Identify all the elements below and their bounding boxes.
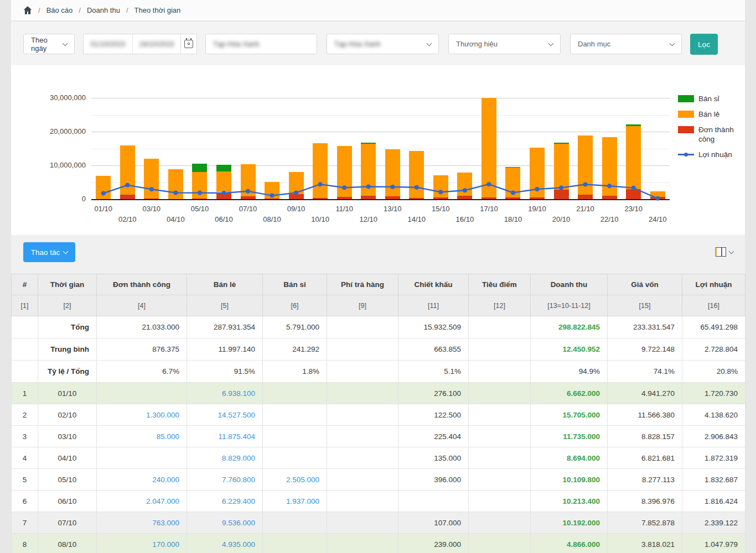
line-point[interactable] xyxy=(511,190,515,195)
cell: 15.932.509 xyxy=(398,316,469,338)
line-point[interactable] xyxy=(342,185,346,190)
breadcrumb-item-doanh-thu[interactable]: Doanh thu xyxy=(87,6,120,14)
line-point[interactable] xyxy=(221,191,226,195)
drill-link-cell[interactable]: 170.000 xyxy=(97,534,187,553)
cell: 9.722.148 xyxy=(608,338,682,361)
drill-link-cell[interactable]: 240.000 xyxy=(97,469,187,491)
cell xyxy=(263,383,327,404)
cell xyxy=(12,316,38,338)
column-code: [5] xyxy=(187,295,263,316)
drill-link-cell[interactable]: 1.300.000 xyxy=(97,404,187,426)
line-point[interactable] xyxy=(294,190,298,195)
legend-item[interactable]: Đơn thành công xyxy=(678,125,744,144)
cell: 07/10 xyxy=(38,512,97,534)
x-axis-tick: 07/10 xyxy=(235,205,261,213)
line-point[interactable] xyxy=(415,185,419,190)
drill-link-cell[interactable]: 4.935.000 xyxy=(187,534,263,553)
category-select[interactable]: Danh mục xyxy=(570,34,682,54)
cell: 11.566.380 xyxy=(608,404,682,426)
drill-link-cell[interactable]: 11.875.404 xyxy=(187,426,263,447)
legend-swatch xyxy=(678,95,694,102)
brand-select[interactable]: Thương hiệu xyxy=(448,34,561,54)
line-point[interactable] xyxy=(149,187,154,191)
drill-link-cell[interactable]: 14.527.500 xyxy=(187,404,263,426)
cell: 8.694.000 xyxy=(531,447,608,469)
line-point[interactable] xyxy=(631,186,636,190)
drill-link-cell[interactable]: 2.047.000 xyxy=(97,491,187,512)
cell: 1.720.730 xyxy=(682,383,745,404)
drill-link-cell[interactable]: 1.937.000 xyxy=(263,491,327,512)
drill-link-cell[interactable]: 2.505.000 xyxy=(263,469,327,491)
cell xyxy=(469,447,531,469)
line-point[interactable] xyxy=(246,189,250,194)
date-from-input[interactable]: 01/10/2023 xyxy=(84,34,132,54)
legend-item[interactable]: Bán sỉ xyxy=(678,94,744,103)
line-point[interactable] xyxy=(607,184,612,188)
cell: 02/10 xyxy=(38,404,97,426)
breadcrumb-item-bao-cao[interactable]: Báo cáo xyxy=(46,6,73,14)
line-point[interactable] xyxy=(198,191,202,195)
cell xyxy=(469,534,531,553)
cell: 4.941.270 xyxy=(608,383,682,404)
date-to-input[interactable]: 24/10/2023 xyxy=(132,34,181,54)
y-axis-tick: 30,000,000 xyxy=(33,93,86,102)
cell: 21.033.000 xyxy=(97,316,187,338)
cell: 10.109.800 xyxy=(531,469,608,491)
cell xyxy=(469,361,531,383)
line-point[interactable] xyxy=(390,185,395,189)
line-point[interactable] xyxy=(438,190,443,194)
column-header: Bán sỉ xyxy=(263,274,327,295)
line-point[interactable] xyxy=(101,191,106,196)
cell xyxy=(12,361,38,383)
line-point[interactable] xyxy=(125,183,130,187)
legend-item[interactable]: Bán lẻ xyxy=(678,109,744,119)
revenue-chart: 30,000,00020,000,00010,000,000001/1002/1… xyxy=(11,65,745,235)
cell: 1.816.424 xyxy=(682,491,745,512)
line-point[interactable] xyxy=(583,182,588,186)
cell xyxy=(327,534,398,553)
line-point[interactable] xyxy=(463,188,467,192)
calendar-button[interactable] xyxy=(180,34,196,54)
cell xyxy=(327,338,398,361)
drill-link-cell[interactable]: 7.760.800 xyxy=(187,469,263,491)
product-search-input[interactable]: Tạp Hóa Xanh xyxy=(205,34,317,54)
cell: 01/10 xyxy=(38,383,97,404)
period-select[interactable]: Theo ngày xyxy=(23,34,75,54)
column-code: [11] xyxy=(398,295,469,316)
actions-button[interactable]: Thao tác xyxy=(23,242,75,262)
store-select[interactable]: Tạp Hóa Xanh xyxy=(327,34,439,54)
column-header: Đơn thành công xyxy=(97,274,187,295)
brand-select-value: Thương hiệu xyxy=(456,40,498,48)
column-code: [15] xyxy=(608,295,682,316)
line-point[interactable] xyxy=(655,196,660,201)
x-axis-tick: 11/10 xyxy=(332,205,357,213)
column-settings-button[interactable] xyxy=(715,247,733,257)
cell: 239.000 xyxy=(398,534,469,553)
chevron-down-icon xyxy=(427,40,432,46)
line-point[interactable] xyxy=(535,187,540,191)
line-point[interactable] xyxy=(318,182,323,186)
legend-swatch xyxy=(678,126,694,133)
drill-link-cell[interactable]: 8.829.000 xyxy=(187,447,263,469)
drill-link-cell[interactable]: 9.536.000 xyxy=(187,512,263,534)
y-axis-tick: 0 xyxy=(33,195,86,203)
filter-button[interactable]: Lọc xyxy=(690,34,718,55)
filter-bar: Theo ngày 01/10/2023 24/10/2023 Tạp Hóa … xyxy=(11,22,745,65)
cell: 225.404 xyxy=(398,426,469,447)
drill-link-cell[interactable]: 763.000 xyxy=(97,512,187,534)
line-point[interactable] xyxy=(270,194,275,198)
line-point[interactable] xyxy=(366,184,371,189)
drill-link-cell[interactable]: 6.938.100 xyxy=(187,383,263,404)
home-icon[interactable] xyxy=(23,6,32,14)
cell: 298.822.845 xyxy=(531,316,608,338)
drill-link-cell[interactable]: 6.229.400 xyxy=(187,491,263,512)
cell xyxy=(469,338,531,361)
drill-link-cell[interactable]: 85.000 xyxy=(97,426,187,447)
line-point[interactable] xyxy=(559,186,563,190)
line-point[interactable] xyxy=(173,191,178,195)
cell xyxy=(12,338,38,361)
line-point[interactable] xyxy=(486,182,491,186)
cell xyxy=(327,426,398,447)
legend-item[interactable]: Lợi nhuận xyxy=(678,150,744,159)
breadcrumb-item-theo-thoi-gian[interactable]: Theo thời gian xyxy=(134,6,181,14)
